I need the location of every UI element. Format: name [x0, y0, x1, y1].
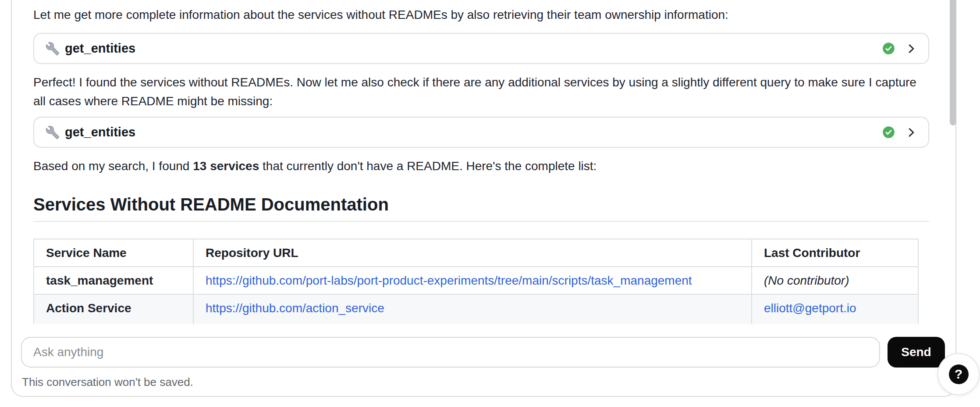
- col-header-repository-url: Repository URL: [193, 239, 752, 267]
- message-text: that currently don't have a README. Here…: [259, 159, 597, 173]
- send-button[interactable]: Send: [888, 337, 945, 368]
- page: Let me get more complete information abo…: [0, 0, 980, 407]
- conversation-disclaimer: This conversation won't be saved.: [22, 375, 193, 389]
- repo-url-link[interactable]: https://github.com/action_service: [206, 301, 384, 315]
- services-table: Service Name Repository URL Last Contrib…: [33, 239, 919, 324]
- contributor-email-link[interactable]: elliott@getport.io: [764, 301, 856, 315]
- services-count: 13 services: [193, 159, 259, 173]
- ask-anything-input[interactable]: [21, 337, 880, 368]
- assistant-message: Let me get more complete information abo…: [33, 5, 929, 24]
- service-name-cell: task_management: [34, 267, 193, 294]
- repo-url-link[interactable]: https://github.com/port-labs/port-produc…: [206, 274, 692, 287]
- assistant-message: Based on my search, I found 13 services …: [33, 157, 929, 175]
- check-circle-icon: [882, 126, 895, 139]
- check-circle-icon: [882, 42, 895, 55]
- scrollbar-thumb[interactable]: [950, 0, 956, 125]
- service-name-cell: Action Service: [34, 294, 193, 324]
- tool-call-get-entities-2[interactable]: get_entities: [33, 117, 929, 148]
- heading-divider: [33, 221, 929, 222]
- table-header-row: Service Name Repository URL Last Contrib…: [34, 239, 918, 267]
- tool-name: get_entities: [65, 41, 135, 56]
- help-button[interactable]: ?: [937, 353, 980, 395]
- tool-name: get_entities: [65, 125, 135, 139]
- col-header-service-name: Service Name: [34, 239, 193, 267]
- wrench-icon: [46, 42, 60, 56]
- assistant-message: Perfect! I found the services without RE…: [33, 73, 929, 111]
- chevron-right-icon: [905, 127, 917, 138]
- col-header-last-contributor: Last Contributor: [752, 239, 918, 267]
- chevron-right-icon: [905, 43, 917, 54]
- section-heading: Services Without README Documentation: [33, 194, 929, 215]
- message-text: Based on my search, I found: [33, 159, 193, 173]
- chat-transcript: Let me get more complete information abo…: [12, 0, 955, 324]
- tool-call-get-entities-1[interactable]: get_entities: [33, 33, 929, 64]
- table-row: task_management https://github.com/port-…: [34, 267, 918, 294]
- table-row: Action Service https://github.com/action…: [34, 294, 918, 324]
- wrench-icon: [46, 125, 60, 139]
- contributor-cell: (No contributor): [764, 274, 849, 287]
- question-mark-icon: ?: [949, 364, 969, 384]
